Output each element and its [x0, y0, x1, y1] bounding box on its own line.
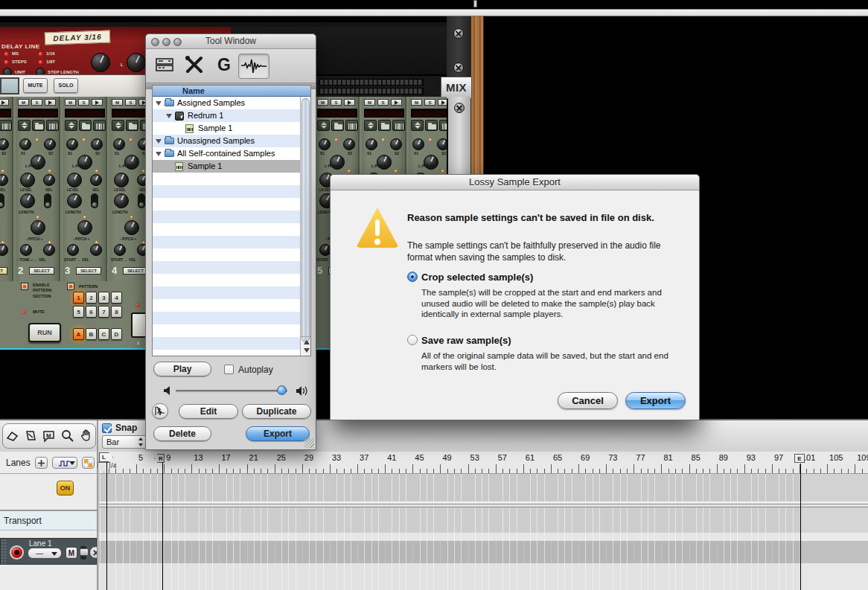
pattern-step-button[interactable]: 3 — [98, 292, 109, 304]
channel-select-button[interactable]: SELECT — [0, 267, 7, 275]
sample-preview-button[interactable] — [392, 120, 405, 131]
channel-trigger-button[interactable] — [138, 99, 145, 106]
pattern-bank-button[interactable]: B — [86, 328, 97, 340]
channel-trigger-button[interactable] — [0, 99, 9, 106]
channel-solo-button[interactable]: S — [424, 99, 435, 106]
snap-value-select[interactable]: Bar — [102, 435, 147, 449]
scroll-down-icon[interactable] — [304, 348, 310, 353]
decay-switch[interactable] — [0, 193, 4, 208]
hand-tool-button[interactable] — [79, 429, 94, 443]
pattern-bank-button[interactable]: D — [111, 328, 122, 340]
browse-sample-button[interactable] — [331, 120, 344, 131]
razor-tool-button[interactable] — [23, 429, 38, 443]
list-item[interactable]: Redrum 1 — [153, 109, 301, 122]
s1-knob[interactable] — [412, 138, 424, 150]
tone-knob[interactable] — [67, 244, 79, 256]
disclosure-triangle-icon[interactable] — [156, 101, 162, 106]
s2-knob[interactable] — [343, 138, 355, 150]
groove-tab-icon[interactable]: G — [211, 54, 237, 79]
dialog-title[interactable]: Lossy Sample Export — [331, 175, 699, 190]
channel-trigger-button[interactable] — [45, 99, 56, 106]
magnify-tool-button[interactable] — [60, 429, 75, 443]
length-knob[interactable] — [67, 193, 82, 208]
crop-samples-radio[interactable] — [407, 272, 418, 282]
delete-button[interactable]: Delete — [153, 426, 211, 441]
pattern-step-button[interactable]: 8 — [111, 306, 122, 318]
lane-take-dropdown[interactable]: — — [28, 548, 62, 559]
tool-window-titlebar[interactable]: Tool Window — [146, 34, 316, 49]
grid-view-button[interactable] — [82, 457, 95, 469]
pattern-bank-button[interactable]: A — [73, 328, 84, 340]
top-scrollbar[interactable] — [473, 0, 477, 7]
feedback-knob[interactable] — [91, 53, 110, 72]
s1-knob[interactable] — [319, 138, 331, 150]
eraser-tool-button[interactable] — [4, 429, 19, 443]
channel-mute-button[interactable]: M — [65, 99, 76, 106]
zoom-window-button[interactable] — [173, 38, 182, 46]
dialog-export-button[interactable]: Export — [625, 392, 686, 409]
sample-preview-button[interactable] — [46, 120, 59, 131]
minimize-window-button[interactable] — [162, 38, 170, 46]
s2-knob[interactable] — [138, 138, 145, 150]
list-item[interactable]: Sample 1 — [153, 160, 301, 173]
arrange-grid[interactable]: 5913172125293337414549535761656973778185… — [99, 452, 868, 590]
channel-mute-button[interactable]: M — [317, 99, 328, 106]
channel-select-button[interactable]: SELECT — [29, 267, 54, 275]
pattern-step-button[interactable]: 6 — [86, 306, 97, 318]
lane-slider[interactable] — [80, 546, 86, 559]
lane-drag-handle[interactable] — [1, 539, 7, 564]
pitch-knob[interactable] — [124, 220, 139, 235]
channel-select-button[interactable]: SELECT — [123, 267, 145, 275]
channel-mute-button[interactable]: M — [411, 99, 422, 106]
vel2-knob[interactable] — [0, 244, 8, 256]
pattern-led-button[interactable] — [67, 283, 74, 290]
list-scrollbar[interactable] — [300, 97, 310, 356]
sample-preview-button[interactable] — [93, 120, 106, 131]
sample-spinner-button[interactable] — [65, 120, 77, 131]
tone-knob[interactable] — [20, 244, 32, 256]
list-item[interactable]: Unassigned Samples — [153, 135, 301, 147]
edit-button[interactable]: Edit — [179, 404, 238, 419]
channel-mute-button[interactable]: M — [112, 99, 123, 106]
level-knob[interactable] — [114, 173, 129, 187]
add-lane-button[interactable] — [35, 457, 48, 469]
pattern-step-button[interactable]: 7 — [98, 306, 109, 318]
record-enable-button[interactable] — [10, 545, 24, 559]
scroll-up-icon[interactable] — [304, 340, 310, 344]
vel2-knob[interactable] — [137, 244, 145, 256]
vel-knob[interactable] — [43, 174, 55, 186]
channel-trigger-button[interactable] — [92, 99, 103, 106]
length-knob[interactable] — [20, 193, 35, 208]
s2-knob[interactable] — [437, 138, 447, 150]
snap-checkbox[interactable] — [102, 423, 112, 433]
vel2-knob[interactable] — [43, 244, 55, 256]
mute-button[interactable]: MUTE — [23, 78, 48, 93]
transport-track-label[interactable]: Transport — [0, 510, 97, 530]
devices-tab-icon[interactable] — [153, 54, 179, 79]
s1-knob[interactable] — [66, 138, 78, 150]
disclosure-triangle-icon[interactable] — [156, 152, 162, 156]
decay-switch[interactable] — [44, 193, 51, 208]
volume-slider[interactable] — [164, 385, 299, 396]
decay-switch[interactable] — [138, 193, 145, 208]
channel-solo-button[interactable]: S — [377, 99, 389, 106]
bar-ruler[interactable]: 5913172125293337414549535761656973778185… — [99, 452, 868, 474]
channel-mute-button[interactable]: M — [364, 99, 375, 106]
browse-sample-button[interactable] — [425, 120, 438, 131]
channel-trigger-button[interactable] — [391, 99, 402, 106]
s1-knob[interactable] — [113, 138, 125, 150]
s2-knob[interactable] — [390, 138, 402, 150]
browse-sample-button[interactable] — [32, 120, 45, 131]
channel-trigger-button[interactable] — [438, 99, 447, 106]
sample-spinner-button[interactable] — [112, 120, 124, 131]
play-button[interactable]: Play — [153, 362, 211, 376]
on-button[interactable]: ON — [57, 481, 74, 496]
s1-knob[interactable] — [366, 138, 377, 150]
lossy-sample-export-dialog[interactable]: Lossy Sample Export Reason sample settin… — [330, 174, 700, 420]
s1-knob[interactable] — [19, 138, 31, 150]
channel-solo-button[interactable]: S — [331, 99, 342, 106]
list-item[interactable]: Sample 1 — [153, 122, 301, 135]
channel-select-button[interactable]: SELECT — [76, 267, 101, 275]
channel-mute-button[interactable]: M — [18, 99, 29, 106]
volume-thumb[interactable] — [277, 385, 287, 395]
